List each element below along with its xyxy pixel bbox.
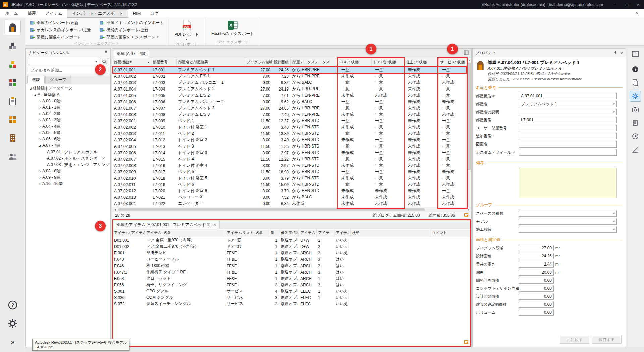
room-row[interactable]: A.07.01.007 L7-007 プレミアムベッド 3 27.00 24.6… [112,105,467,111]
cell-item-name[interactable]: COM シングル [145,294,225,301]
cell-quantity[interactable]: 3 [269,294,279,301]
cell-doors-windows-status[interactable]: 一意 [371,162,404,169]
cell-priority[interactable]: 別途オプ... [279,243,299,250]
column-header[interactable]: アイテム... [299,229,316,237]
cell-item-name[interactable]: 切替スイッチ - シングル [145,301,225,307]
cell-designed-area[interactable]: 2.97 [272,162,290,169]
cell-doors-windows-status[interactable]: 一意 [371,118,404,124]
cell-room-number[interactable]: L7-013 [151,143,176,150]
cell-room-name[interactable]: ベッド 3 [176,143,245,150]
cell-item-group[interactable]: ELEC [299,294,316,301]
cell-item-name[interactable]: 椅子、リクライニング [145,282,225,288]
panel-layout-icon[interactable] [630,49,641,59]
cell-item-number[interactable]: S.072 [112,301,145,307]
cell-doors-windows-status[interactable]: 一意 [371,137,404,143]
cell-item-attr[interactable]: 3 [316,256,334,262]
cell-status[interactable] [350,237,430,243]
cell-services-status[interactable]: 一意 [438,137,467,143]
field-input[interactable]: 0.00 [519,277,554,284]
cell-programmed-area[interactable]: 9.00 [245,99,272,105]
cell-room-name[interactable]: プレミアムベッド 3 [176,105,245,111]
cell-ffe-status[interactable]: 未作成 [338,137,371,143]
cell-finishes-status[interactable]: 未作成 [404,92,438,99]
cell-finishes-status[interactable]: 未作成 [404,73,438,79]
cell-ffe-status[interactable]: 未作成 [338,124,371,130]
room-row[interactable]: A.07.01.004 L7-004 プレミアムベッド 2 27.00 24.1… [112,86,467,92]
cell-room-data-status[interactable]: から HBR-PRE [290,105,338,111]
cell-status[interactable] [350,269,430,275]
cell-room-name[interactable]: プレミアム E/S 3 [176,111,245,118]
cell-room-data-status[interactable]: から BALC [290,99,338,105]
room-row[interactable]: A.07.02.003 L7-011 ベッド 2 11.50 13.39 から … [112,130,467,137]
cell-doors-windows-status[interactable]: 一意 [371,79,404,86]
cell-room-data-status[interactable]: から HEN-PRE [290,111,338,118]
organization-module-icon[interactable] [5,149,20,164]
room-row[interactable]: A.07.02.013 L7-021 バルコニー X 8.00 7.52 から … [112,194,467,200]
cell-item-number[interactable]: F.056 [112,282,145,288]
cell-comment[interactable] [430,301,471,307]
cell-room-name[interactable]: バルコニー X [176,194,245,200]
column-header[interactable]: アイテ... [334,229,350,237]
column-header[interactable]: サービス: 状態 [438,58,467,67]
cell-item-flag[interactable]: いいえ [334,250,350,256]
cell-room-function[interactable]: A.07.02.008 [112,162,151,169]
help-icon[interactable]: ? [5,298,20,312]
column-header[interactable]: 部屋名と部屋概要 [176,58,245,67]
nav-tab[interactable]: 機能 [27,76,45,84]
cell-finishes-status[interactable]: 未作成 [404,181,438,188]
cell-room-function[interactable]: A.07.02.004 [112,137,151,143]
item-row[interactable]: F.047:1 作業椅子 タイプ 1 RE FF&E 1 別途オプ... ARC… [112,269,471,275]
field-input[interactable]: ▾ [519,218,617,225]
cell-room-number[interactable]: L7-002 [151,73,176,79]
report-icon[interactable] [464,340,469,345]
occurrences-module-icon[interactable] [5,57,20,72]
collapse-ribbon-icon[interactable]: ^ [630,9,644,18]
field-input[interactable]: ▾ [519,125,617,131]
cell-finishes-status[interactable]: 未作成 [404,99,438,105]
cell-finishes-status[interactable]: 未作成 [404,200,438,207]
cell-programmed-area[interactable]: 3.00 [245,150,272,156]
cell-room-name[interactable]: プレミアムベッド 2 [176,86,245,92]
cell-item-number[interactable]: S.001 [112,288,145,294]
cell-doors-windows-status[interactable]: 未作成 [371,188,404,194]
cell-services-status[interactable]: 一意 [438,105,467,111]
item-row[interactable]: S.001 GPO ダブル サービス 4 別途オプ... ELEC 1 いいえ [112,288,471,294]
tree-node[interactable]: ▷ A.03 - 3階 [26,117,110,123]
field-input[interactable]: ▾ [519,141,617,148]
cell-room-name[interactable]: ベッド 4 [176,156,245,162]
field-input[interactable]: A.07.01.001 ▾ [519,93,617,99]
cell-doors-windows-status[interactable]: 一意 [371,86,404,92]
cell-item-flag[interactable]: いいえ [334,237,350,243]
cell-room-number[interactable]: L7-018 [151,175,176,181]
column-header[interactable]: 設計面積 [272,58,290,67]
tree-node[interactable]: ◢ A.07 - 7階 [26,142,110,149]
cell-comment[interactable] [430,294,471,301]
cell-room-data-status[interactable]: から HEN-STD [290,175,338,181]
cell-programmed-area[interactable]: 11.50 [245,169,272,175]
cell-programmed-area[interactable]: 11.50 [245,130,272,137]
cell-programmed-area[interactable]: 8.00 [245,194,272,200]
datasets-module-icon[interactable] [5,112,20,127]
cell-status[interactable] [350,282,430,288]
cell-item-name[interactable]: ドア:金属二重970（均等） [145,237,225,243]
cell-room-number[interactable]: L7-014 [151,150,176,156]
cell-designed-area[interactable]: 24.19 [272,86,290,92]
cell-room-data-status[interactable]: から HBR-STD [290,118,338,124]
cell-comment[interactable] [430,262,471,269]
building-module-icon[interactable] [5,131,20,145]
cell-doors-windows-status[interactable]: 一意 [371,105,404,111]
cell-room-name[interactable]: ベッド 1 [176,118,245,124]
cell-programmed-area[interactable]: 9.00 [245,79,272,86]
cell-services-status[interactable]: 未作成 [438,194,467,200]
cell-room-function[interactable]: A.07.02.013 [112,194,151,200]
cell-item-group[interactable]: ARCH [299,269,316,275]
room-row[interactable]: A.07.03.001 L7-022 エレベーター 0.00 6.34 未作成 … [112,200,467,207]
cell-quantity[interactable]: 4 [269,288,279,294]
cell-priority[interactable]: 別途オプ... [279,301,299,307]
close-button[interactable]: × [633,0,644,9]
tree-node[interactable]: ▷ A.08 - 8階 [26,168,110,174]
item-row[interactable]: S.072 切替スイッチ - シングル サービス 2 別途オプ... ELEC … [112,301,471,307]
pin-icon[interactable] [613,51,618,56]
cell-item-list[interactable]: FF&E [225,269,269,275]
cell-room-data-status[interactable]: 未作成 [290,200,338,207]
